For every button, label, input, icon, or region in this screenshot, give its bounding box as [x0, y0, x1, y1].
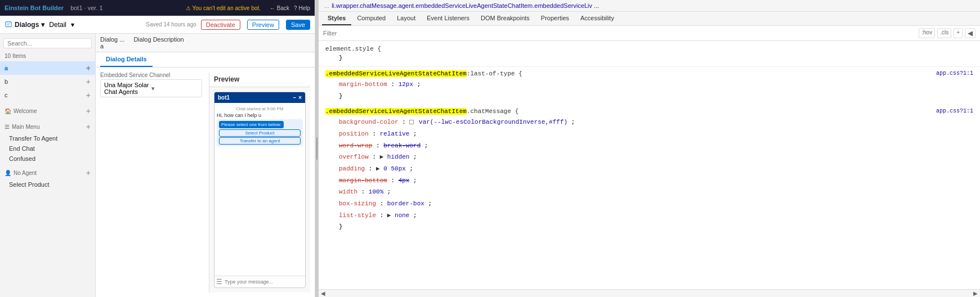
- mainmenu-icon: ☰: [5, 124, 10, 130]
- chat-header: bot1 – ×: [214, 92, 305, 103]
- dialog-detail: Dialog ... a Dialog Description Dialog D…: [96, 34, 315, 297]
- preview-button[interactable]: Preview: [247, 20, 279, 30]
- sidebar-item-confused[interactable]: Confused: [0, 154, 95, 164]
- css-rule-1-close: }: [325, 91, 973, 102]
- noagent-plus[interactable]: +: [86, 168, 91, 177]
- css-rule-2-close: }: [325, 221, 973, 233]
- sidebar-item-b[interactable]: b +: [0, 75, 95, 88]
- devtools-bottom-bar: ◀ ▶: [319, 289, 980, 297]
- nav-buttons: ← Back ? Help: [270, 5, 310, 11]
- preview-title: Preview: [209, 72, 310, 87]
- element-style-close: }: [325, 52, 973, 64]
- devtools-breadcrumb: ... li.wrapper.chatMessage.agent.embedde…: [319, 0, 980, 12]
- sidebar-section-mainmenu[interactable]: ☰ Main Menu +: [0, 120, 95, 133]
- chat-msg-agent: Please select one from below: Select Pro…: [217, 119, 303, 146]
- sidebar-item-c[interactable]: c +: [0, 88, 95, 102]
- chat-input[interactable]: [225, 279, 303, 285]
- css-prop-margin-bottom: margin-bottom : 4px ;: [325, 175, 973, 187]
- chat-header-buttons: – ×: [293, 94, 302, 101]
- filter-hov-button[interactable]: :hov: [919, 28, 935, 38]
- devtools-tab-properties[interactable]: Properties: [535, 12, 575, 25]
- breadcrumb-dots: ...: [324, 2, 329, 9]
- devtools-tab-event-listeners[interactable]: Event Listeners: [421, 12, 475, 25]
- filter-buttons: :hov .cls + ◀: [919, 28, 975, 38]
- mainmenu-plus[interactable]: +: [86, 122, 91, 131]
- sidebar-item-c-plus[interactable]: +: [86, 91, 91, 100]
- sidebar-item-select-product[interactable]: Select Product: [0, 179, 95, 190]
- search-input[interactable]: [7, 40, 88, 47]
- embedded-select[interactable]: Una Major Solar Chat Agents ▾: [100, 79, 202, 97]
- mainmenu-label: Main Menu: [12, 124, 39, 130]
- back-button[interactable]: ← Back: [270, 5, 289, 11]
- help-button[interactable]: ? Help: [294, 5, 310, 11]
- css-rule-1-selector: .embeddedServiceLiveAgentStateChatItem:l…: [325, 70, 522, 77]
- detail-label: Detail: [49, 21, 66, 29]
- chat-option-2[interactable]: Transfer to an agent: [219, 137, 301, 145]
- section-title: Dialogs ▾: [5, 21, 44, 29]
- filter-cls-button[interactable]: .cls: [937, 28, 951, 38]
- devtools-filter-bar: :hov .cls + ◀: [319, 26, 980, 41]
- css-rule-2-source[interactable]: app.css?1:1: [936, 107, 973, 116]
- save-button[interactable]: Save: [286, 20, 310, 30]
- color-swatch: [409, 120, 414, 124]
- detail-chevron[interactable]: ▾: [71, 21, 74, 29]
- devtools-panel: ... li.wrapper.chatMessage.agent.embedde…: [319, 0, 980, 297]
- chat-input-bar[interactable]: ☰: [214, 276, 305, 287]
- main-content: 10 Items a + b + c + 🏠 Welcome + ☰ Main …: [0, 34, 315, 297]
- minimize-button[interactable]: –: [293, 94, 297, 101]
- chat-timestamp: Chat started at 5:00 PM: [217, 106, 303, 111]
- warning-label: ⚠ You can't edit an active bot.: [186, 5, 261, 11]
- dialog-col2-label: Dialog Description: [133, 36, 184, 43]
- css-filter-input[interactable]: [323, 30, 914, 37]
- dialog-col1: Dialog ... a: [100, 36, 124, 50]
- devtools-tab-layout[interactable]: Layout: [391, 12, 421, 25]
- devtools-tab-accessibility[interactable]: Accessibility: [575, 12, 620, 25]
- css-prop-width: width : 100% ;: [325, 186, 973, 198]
- welcome-plus[interactable]: +: [86, 106, 91, 115]
- element-style-text: element.style {: [325, 46, 381, 52]
- sidebar-item-b-label: b: [5, 78, 8, 85]
- dialogs-chevron[interactable]: ▾: [41, 21, 44, 29]
- css-prop-padding: padding : ▶ 0 50px ;: [325, 163, 973, 175]
- filter-toggle-button[interactable]: ◀: [965, 28, 975, 38]
- dialog-col1-value: a: [100, 43, 124, 50]
- devtools-tabs: Styles Computed Layout Event Listeners D…: [319, 12, 980, 26]
- sidebar-item-a-plus[interactable]: +: [86, 64, 91, 73]
- scroll-right-button[interactable]: ▶: [973, 290, 978, 296]
- close-button[interactable]: ×: [298, 94, 302, 101]
- deactivate-button[interactable]: Deactivate: [201, 20, 240, 30]
- scroll-left-button[interactable]: ◀: [321, 290, 325, 296]
- embedded-label: Embedded Service Channel: [100, 72, 202, 78]
- filter-plus-button[interactable]: +: [954, 28, 963, 38]
- bot-name-label: bot1 · ver. 1: [70, 4, 102, 11]
- items-count: 10 Items: [0, 51, 95, 61]
- sidebar-section-welcome[interactable]: 🏠 Welcome +: [0, 104, 95, 118]
- devtools-tab-computed[interactable]: Computed: [351, 12, 391, 25]
- embedded-select-value: Una Major Solar Chat Agents: [104, 82, 151, 95]
- sidebar-item-a[interactable]: a +: [0, 61, 95, 75]
- sidebar-item-a-label: a: [5, 65, 8, 71]
- second-bar: Dialogs ▾ Detail ▾ Saved 14 hours ago De…: [0, 16, 315, 34]
- chat-menu-icon[interactable]: ☰: [216, 278, 222, 286]
- sidebar-item-transfer-agent[interactable]: Transfer To Agent: [0, 133, 95, 143]
- dialog-body: Embedded Service Channel Una Major Solar…: [96, 68, 315, 297]
- sidebar: 10 Items a + b + c + 🏠 Welcome + ☰ Main …: [0, 34, 96, 297]
- sidebar-section-noagent[interactable]: 👤 No Agent +: [0, 166, 95, 179]
- sidebar-item-end-chat[interactable]: End Chat: [0, 143, 95, 154]
- sidebar-item-b-plus[interactable]: +: [86, 77, 91, 86]
- tab-dialog-details[interactable]: Dialog Details: [100, 52, 153, 67]
- svg-rect-0: [6, 21, 12, 26]
- css-rule-2-selector-highlight: .embeddedServiceLiveAgentStateChatItem: [325, 108, 467, 115]
- css-rule-2-selector: .embeddedServiceLiveAgentStateChatItem.c…: [325, 108, 518, 115]
- css-rule-1-source[interactable]: app.css?1:1: [936, 69, 973, 78]
- devtools-tab-dom-breakpoints[interactable]: DOM Breakpoints: [475, 12, 535, 25]
- search-box[interactable]: [3, 38, 92, 48]
- css-prop-overflow: overflow : ▶ hidden ;: [325, 151, 973, 163]
- css-prop-box-sizing: box-sizing : border-box ;: [325, 198, 973, 210]
- welcome-label: Welcome: [14, 108, 37, 114]
- chat-body: Chat started at 5:00 PM Hi, how can I he…: [214, 103, 305, 276]
- css-prop-list-style: list-style : ▶ none ;: [325, 210, 973, 222]
- devtools-tab-styles[interactable]: Styles: [322, 12, 351, 25]
- breadcrumb-path[interactable]: li.wrapper.chatMessage.agent.embeddedSer…: [332, 2, 599, 9]
- chat-option-1[interactable]: Select Product: [219, 129, 301, 137]
